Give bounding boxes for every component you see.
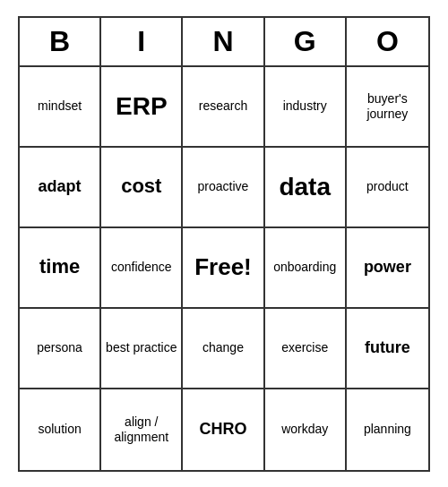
bingo-cell[interactable]: data <box>265 148 347 228</box>
cell-text: confidence <box>111 260 172 275</box>
cell-text: align / alignment <box>105 414 177 445</box>
bingo-cell[interactable]: change <box>183 309 264 389</box>
bingo-cell[interactable]: onboarding <box>265 228 347 309</box>
cell-text: industry <box>283 98 327 114</box>
bingo-cell[interactable]: adapt <box>20 148 101 228</box>
bingo-grid: mindsetERPresearchindustrybuyer's journe… <box>20 67 428 470</box>
cell-text: data <box>279 172 331 202</box>
cell-text: mindset <box>38 98 82 114</box>
cell-text: cost <box>121 175 161 198</box>
header-letter: G <box>265 18 347 65</box>
bingo-cell[interactable]: planning <box>347 389 428 470</box>
bingo-cell[interactable]: exercise <box>265 309 347 389</box>
bingo-cell[interactable]: power <box>347 228 428 309</box>
cell-text: planning <box>364 422 411 437</box>
cell-text: change <box>202 340 244 355</box>
bingo-cell[interactable]: time <box>20 228 101 309</box>
cell-text: CHRO <box>199 420 246 440</box>
bingo-cell[interactable]: industry <box>265 67 347 148</box>
bingo-cell[interactable]: Free! <box>183 228 264 309</box>
bingo-cell[interactable]: confidence <box>101 228 183 309</box>
cell-text: solution <box>38 422 81 437</box>
cell-text: onboarding <box>273 260 336 275</box>
bingo-cell[interactable]: workday <box>265 389 347 470</box>
cell-text: proactive <box>198 179 249 194</box>
bingo-cell[interactable]: proactive <box>183 148 264 228</box>
bingo-cell[interactable]: product <box>347 148 428 228</box>
cell-text: exercise <box>281 340 328 355</box>
cell-text: time <box>39 255 80 278</box>
bingo-cell[interactable]: align / alignment <box>101 389 183 470</box>
cell-text: buyer's journey <box>350 91 425 122</box>
bingo-cell[interactable]: ERP <box>101 67 183 148</box>
cell-text: adapt <box>39 177 82 197</box>
cell-text: future <box>365 338 410 358</box>
bingo-cell[interactable]: cost <box>101 148 183 228</box>
cell-text: workday <box>281 422 328 437</box>
bingo-card: BINGO mindsetERPresearchindustrybuyer's … <box>18 16 430 472</box>
bingo-cell[interactable]: research <box>183 67 264 148</box>
cell-text: power <box>364 258 411 278</box>
bingo-cell[interactable]: mindset <box>20 67 101 148</box>
cell-text: best practice <box>106 340 177 355</box>
bingo-cell[interactable]: buyer's journey <box>347 67 428 148</box>
header-letter: B <box>20 18 101 65</box>
bingo-cell[interactable]: future <box>347 309 428 389</box>
cell-text: Free! <box>194 253 252 281</box>
bingo-cell[interactable]: CHRO <box>183 389 264 470</box>
header-letter: I <box>101 18 183 65</box>
bingo-cell[interactable]: persona <box>20 309 101 389</box>
bingo-cell[interactable]: best practice <box>101 309 183 389</box>
header-letter: N <box>183 18 264 65</box>
bingo-cell[interactable]: solution <box>20 389 101 470</box>
bingo-header: BINGO <box>20 18 428 67</box>
header-letter: O <box>347 18 428 65</box>
cell-text: product <box>366 179 409 194</box>
cell-text: persona <box>37 340 82 355</box>
cell-text: ERP <box>116 91 168 122</box>
cell-text: research <box>199 98 247 114</box>
